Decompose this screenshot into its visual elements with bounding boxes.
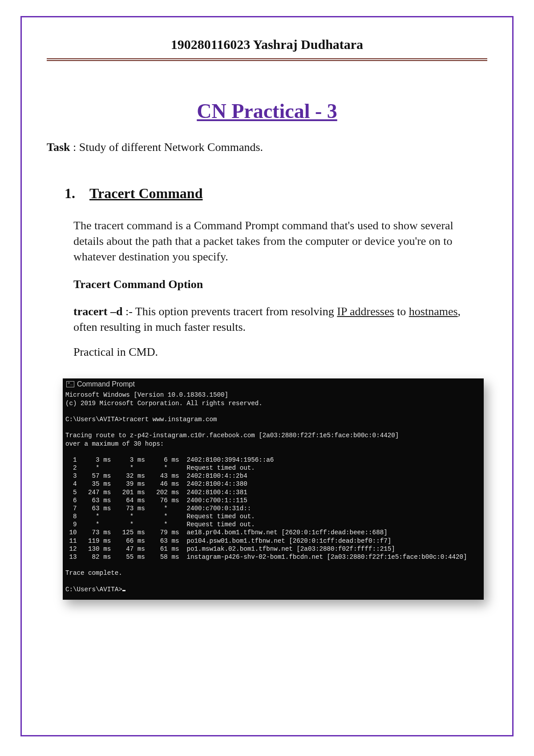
command-prompt-window: Command Prompt Microsoft Windows [Versio… (63, 378, 484, 599)
command-prompt-output: Microsoft Windows [Version 10.0.18363.15… (63, 390, 484, 599)
link-hostnames[interactable]: hostnames (409, 305, 458, 318)
header-rule (47, 58, 487, 61)
section-tracert: 1. Tracert Command The tracert command i… (47, 185, 487, 600)
task-text: : Study of different Network Commands. (70, 141, 263, 154)
task-label: Task (47, 141, 70, 154)
link-ip-addresses[interactable]: IP addresses (337, 305, 394, 318)
cursor (122, 590, 125, 591)
option-heading: Tracert Command Option (65, 278, 478, 291)
page-frame: 190280116023 Yashraj Dudhatara CN Practi… (20, 16, 514, 736)
section-number: 1. (65, 185, 75, 202)
page-header: 190280116023 Yashraj Dudhatara (47, 37, 487, 56)
option-command: tracert –d (73, 305, 122, 318)
task-line: Task : Study of different Network Comman… (47, 141, 487, 154)
document-title: CN Practical - 3 (47, 99, 487, 123)
section-heading: 1. Tracert Command (65, 185, 478, 202)
option-text-pre: :- This option prevents tracert from res… (122, 305, 337, 318)
tracert-option-d: tracert –d :- This option prevents trace… (65, 304, 478, 335)
section-title: Tracert Command (89, 185, 202, 202)
cmd-icon (66, 381, 74, 387)
option-text-mid: to (394, 305, 409, 318)
command-prompt-titlebar: Command Prompt (63, 378, 484, 390)
command-prompt-title: Command Prompt (77, 380, 135, 388)
tracert-description: The tracert command is a Command Prompt … (65, 218, 478, 264)
practical-label: Practical in CMD. (65, 345, 478, 359)
